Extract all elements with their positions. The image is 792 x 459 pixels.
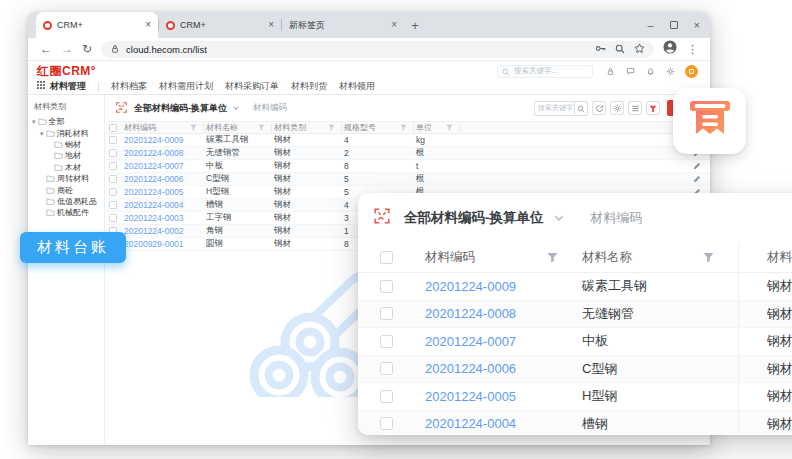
nav-item[interactable]: 材料采购订单 [225,80,279,93]
row-checkbox[interactable] [109,214,117,222]
sub-tab-material-code[interactable]: 材料编码 [253,102,287,114]
user-avatar[interactable] [685,65,698,78]
tree-item[interactable]: 地材 [28,150,104,161]
panel-table-row[interactable]: 20201224-0004槽钢钢材 [358,411,792,436]
profile-avatar[interactable] [663,40,677,58]
caret-down-icon[interactable]: ▾ [32,118,36,125]
url-text[interactable]: cloud.hecom.cn/list [126,44,589,55]
list-view-button[interactable] [628,101,642,115]
row-checkbox[interactable] [380,280,393,293]
tree-item[interactable]: ▾消耗材料 [28,127,104,138]
material-code-link[interactable]: 20201224-0008 [122,148,204,158]
browser-menu-icon[interactable]: ⋮ [687,43,698,56]
nav-item[interactable]: 材料到货 [291,80,327,93]
panel-sub-tab[interactable]: 材料编码 [591,209,643,227]
nav-item[interactable]: 材料档案 [111,80,147,93]
table-row[interactable]: 20201224-0007中板钢材8t [106,160,710,173]
omnibox[interactable]: cloud.hecom.cn/list [101,41,654,58]
panel-table-row[interactable]: 20201224-0009碳素工具钢钢材 [358,273,792,301]
reload-button[interactable]: ↻ [82,43,92,55]
view-title[interactable]: 全部材料编码-换算单位 [134,102,227,115]
column-header[interactable]: 材料类别 [272,123,342,132]
back-button[interactable]: ← [40,43,52,55]
lock-icon[interactable] [606,62,615,80]
panel-table-row[interactable]: 20201224-0006C型钢钢材 [358,356,792,384]
search-button[interactable] [574,101,588,116]
select-all-checkbox[interactable] [109,124,117,132]
column-header[interactable]: 材料类别 [738,243,792,272]
close-button[interactable]: × [694,19,700,31]
browser-tab-2[interactable]: CRM+× [159,12,281,38]
caret-down-icon[interactable]: ▾ [40,130,44,137]
tree-item[interactable]: 钢材 [28,139,104,150]
material-code-link[interactable]: 20201224-0009 [122,135,204,145]
key-icon[interactable] [595,40,606,58]
collapse-icon[interactable] [374,208,390,228]
tree-item[interactable]: 商砼 [28,184,104,195]
settings-gear-icon[interactable] [666,62,675,80]
maximize-button[interactable] [670,21,678,29]
browser-tab-1[interactable]: CRM+× [36,12,158,38]
material-code-link[interactable]: 20201224-0008 [408,306,566,321]
material-code-link[interactable]: 20201224-0002 [122,226,204,236]
row-checkbox[interactable] [380,335,393,348]
panel-view-title[interactable]: 全部材料编码-换算单位 [404,209,544,227]
material-code-link[interactable]: 20201224-0006 [408,361,566,376]
message-icon[interactable] [626,62,635,80]
forward-button[interactable]: → [61,43,73,55]
material-code-link[interactable]: 20201224-0007 [122,161,204,171]
filter-button[interactable] [646,101,660,115]
column-header[interactable]: 规格型号 [342,123,414,132]
table-search-input[interactable]: 搜索关键字 [534,101,574,116]
material-code-link[interactable]: 20201224-0006 [122,174,204,184]
row-checkbox[interactable] [109,162,117,170]
table-row[interactable]: 20201224-0009碳素工具钢钢材4kg [106,134,710,147]
refresh-button[interactable] [592,101,606,115]
new-tab-button[interactable]: + [404,12,426,38]
tab-close-icon[interactable]: × [268,20,274,30]
material-code-link[interactable]: 20201224-0003 [122,213,204,223]
tree-item[interactable]: ▾全部 [28,116,104,127]
panel-table-row[interactable]: 20201224-0007中板钢材 [358,328,792,356]
collapse-icon[interactable] [116,99,127,117]
material-code-link[interactable]: 20201224-0004 [122,200,204,210]
edit-icon[interactable] [693,162,701,170]
material-code-link[interactable]: 20200929-0001 [122,239,204,249]
nav-item[interactable]: 材料需用计划 [159,80,213,93]
column-header[interactable]: 材料名称 [566,249,738,266]
tab-close-icon[interactable]: × [145,20,151,30]
row-checkbox[interactable] [109,136,117,144]
zoom-icon[interactable] [615,40,625,58]
row-checkbox[interactable] [380,362,393,375]
browser-tab-3[interactable]: 新标签页× [282,12,404,38]
panel-table-row[interactable]: 20201224-0005H型钢钢材 [358,383,792,411]
tree-item[interactable]: 低值易耗品 [28,196,104,207]
column-header[interactable]: 单位 [414,123,460,132]
panel-table-row[interactable]: 20201224-0008无缝钢管钢材 [358,301,792,329]
chevron-down-icon[interactable] [553,212,565,224]
chevron-down-icon[interactable] [232,104,240,112]
row-checkbox[interactable] [380,417,393,430]
row-checkbox[interactable] [380,307,393,320]
module-switcher[interactable]: 材料管理 [37,80,86,93]
edit-icon[interactable] [693,175,701,183]
material-code-link[interactable]: 20201224-0007 [408,334,566,349]
minimize-button[interactable]: – [647,19,653,31]
column-header[interactable]: 材料名称 [204,123,272,132]
table-row[interactable]: 20201224-0008无缝钢管钢材2根 [106,147,710,160]
select-all-checkbox[interactable] [380,251,393,264]
material-code-link[interactable]: 20201224-0005 [122,187,204,197]
row-checkbox[interactable] [109,188,117,196]
material-code-link[interactable]: 20201224-0005 [408,389,566,404]
crm-logo[interactable]: 红圈CRM° [37,63,96,80]
table-row[interactable]: 20201224-0006C型钢钢材5根 [106,173,710,186]
notification-bell-icon[interactable] [646,62,655,80]
bookmark-star-icon[interactable] [634,40,645,58]
tab-close-icon[interactable]: × [391,20,397,30]
nav-item[interactable]: 材料领用 [339,80,375,93]
tree-item[interactable]: 木材 [28,162,104,173]
tree-item[interactable]: 周转材料 [28,173,104,184]
row-checkbox[interactable] [109,201,117,209]
material-code-link[interactable]: 20201224-0004 [408,416,566,431]
row-checkbox[interactable] [109,149,117,157]
